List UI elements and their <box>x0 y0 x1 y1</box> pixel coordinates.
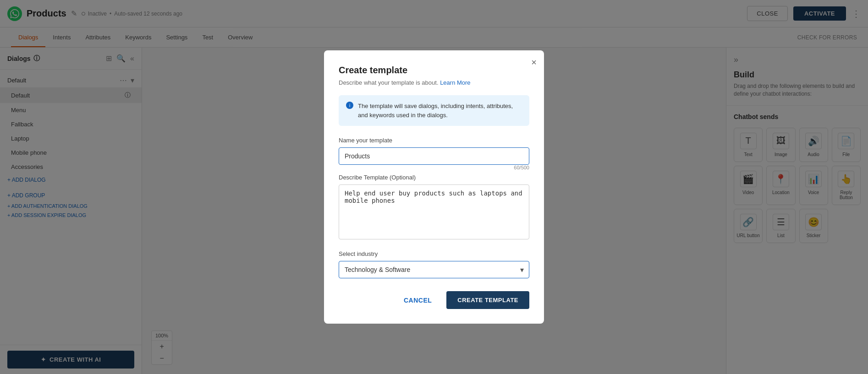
modal-info-box: i The template will save dialogs, includ… <box>339 95 529 126</box>
modal-info-text: The template will save dialogs, includin… <box>358 102 522 119</box>
modal-subtitle: Describe what your template is about. Le… <box>339 79 529 86</box>
industry-select[interactable]: Technology & Software Retail & E-commerc… <box>339 261 529 278</box>
modal-close-button[interactable]: × <box>531 58 537 67</box>
info-icon: i <box>346 102 353 109</box>
char-count: 60/500 <box>514 165 529 170</box>
template-name-input[interactable] <box>339 147 529 165</box>
modal-overlay: × Create template Describe what your tem… <box>0 0 868 374</box>
industry-label: Select industry <box>339 250 529 257</box>
template-description-input[interactable]: Help end user buy products such as lapto… <box>339 184 529 239</box>
modal-actions: CANCEL CREATE TEMPLATE <box>339 291 529 309</box>
modal-subtitle-text: Describe what your template is about. <box>339 79 439 86</box>
industry-select-wrapper: Technology & Software Retail & E-commerc… <box>339 261 529 278</box>
modal-title: Create template <box>339 65 529 76</box>
describe-label: Describe Template (Optional) <box>339 174 529 181</box>
textarea-wrapper: Describe Template (Optional) 60/500 Help… <box>339 174 529 241</box>
learn-more-link[interactable]: Learn More <box>440 79 470 86</box>
create-template-button[interactable]: CREATE TEMPLATE <box>446 291 529 309</box>
cancel-button[interactable]: CANCEL <box>396 292 439 309</box>
name-label: Name your template <box>339 137 529 144</box>
create-template-modal: × Create template Describe what your tem… <box>324 50 544 324</box>
